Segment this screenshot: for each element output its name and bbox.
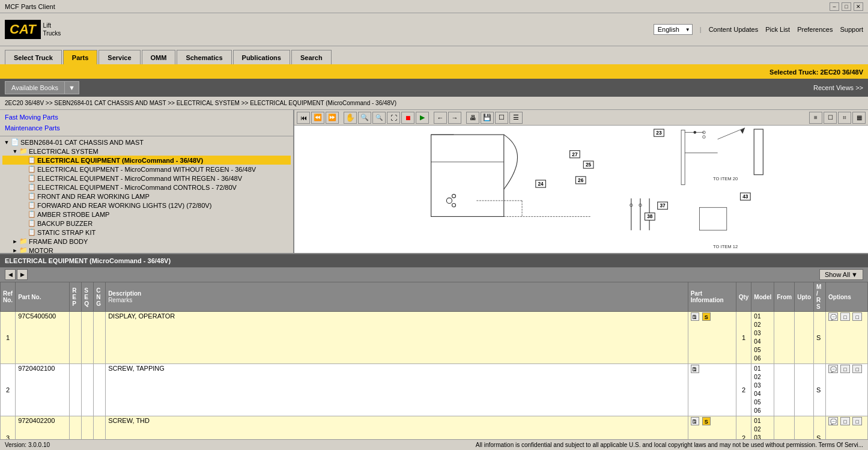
fit-page-button[interactable]: ⛶ bbox=[387, 112, 400, 124]
tree-item-frame[interactable]: ► 📁 FRAME AND BODY bbox=[2, 237, 291, 246]
bottom-btn-left[interactable]: ◀ bbox=[5, 269, 16, 280]
tree-item-backup[interactable]: 📋 BACKUP BUZZER bbox=[2, 219, 291, 228]
col-header-qty: Qty bbox=[736, 282, 751, 312]
fast-moving-parts-link[interactable]: Fast Moving Parts bbox=[5, 112, 288, 123]
save-button[interactable]: 💾 bbox=[481, 112, 494, 124]
tree-item-front-lamp[interactable]: 📋 FRONT AND REAR WORKING LAMP bbox=[2, 192, 291, 201]
stop-button[interactable]: ⏹ bbox=[401, 112, 414, 124]
tab-parts[interactable]: Parts bbox=[63, 50, 98, 64]
comment-icon[interactable]: 💬 bbox=[828, 365, 838, 373]
tree-area[interactable]: ▼ 📄 SEBN2684-01 CAT CHASSIS AND MAST ▼ 📁… bbox=[0, 136, 293, 253]
diagram-toolbar: ⏮ ⏪ ⏩ ✋ 🔍 🔍 ⛶ ⏹ ▶ ← → 🖶 💾 ☐ ☰ bbox=[294, 110, 868, 126]
cart-icon[interactable]: □ bbox=[840, 417, 850, 425]
cell-ref: 3 bbox=[1, 416, 16, 440]
title-bar: MCF Parts Client – □ ✕ bbox=[0, 0, 868, 13]
zoom-out-button[interactable]: 🔍 bbox=[372, 112, 386, 124]
preferences-link[interactable]: Preferences bbox=[797, 26, 833, 33]
view-detail-button[interactable]: ⌗ bbox=[838, 112, 851, 124]
nav-forward-button[interactable]: → bbox=[448, 112, 461, 124]
more-button[interactable]: ☰ bbox=[509, 112, 523, 124]
go-button[interactable]: ▶ bbox=[416, 112, 429, 124]
tab-publications[interactable]: Publications bbox=[233, 50, 290, 64]
tree-item-amber[interactable]: 📋 AMBER STROBE LAMP bbox=[2, 210, 291, 219]
pick-list-link[interactable]: Pick List bbox=[765, 26, 790, 33]
cell-options[interactable]: 💬 □ □ bbox=[826, 416, 868, 440]
cell-partinfo[interactable]: 🖺 S bbox=[688, 416, 736, 440]
tree-item-motor[interactable]: ► 📁 MOTOR bbox=[2, 246, 291, 253]
tree-item-no-regen[interactable]: 📋 ELECTRICAL EQUIPMENT - MicroCommand WI… bbox=[2, 165, 291, 174]
tab-select-truck[interactable]: Select Truck bbox=[5, 50, 62, 64]
print-button[interactable]: 🖶 bbox=[466, 112, 479, 124]
info-icon[interactable]: 🖺 bbox=[691, 417, 699, 425]
page-next-button[interactable]: ⏩ bbox=[326, 112, 339, 124]
show-all-button[interactable]: Show All ▼ bbox=[819, 269, 863, 280]
parts-table: RefNo. Part No. REP SEQ CNG DescriptionR… bbox=[0, 282, 868, 439]
parts-table-wrapper[interactable]: RefNo. Part No. REP SEQ CNG DescriptionR… bbox=[0, 282, 868, 439]
dot1 bbox=[694, 131, 697, 134]
hand-tool-button[interactable]: ✋ bbox=[344, 112, 357, 124]
list-icon[interactable]: □ bbox=[852, 365, 862, 373]
close-button[interactable]: ✕ bbox=[854, 2, 863, 11]
tree-item-controls[interactable]: 📋 ELECTRICAL EQUIPMENT - MicroCommand CO… bbox=[2, 183, 291, 192]
s-badge[interactable]: S bbox=[702, 312, 711, 321]
support-link[interactable]: Support bbox=[840, 26, 863, 33]
top-bar: CAT LiftTrucks English | Content Updates… bbox=[0, 13, 868, 46]
content-updates-link[interactable]: Content Updates bbox=[709, 26, 759, 33]
view-grid-button[interactable]: ☐ bbox=[824, 112, 837, 124]
tree-item-static[interactable]: 📋 STATIC STRAP KIT bbox=[2, 228, 291, 237]
recent-views-link[interactable]: Recent Views >> bbox=[813, 84, 863, 91]
cart-icon[interactable]: □ bbox=[840, 312, 850, 321]
maintenance-parts-link[interactable]: Maintenance Parts bbox=[5, 123, 288, 134]
tab-schematics[interactable]: Schematics bbox=[177, 50, 231, 64]
info-icon[interactable]: 🖺 bbox=[691, 312, 699, 321]
label-43-text: 43 bbox=[742, 193, 748, 199]
window-controls: – □ ✕ bbox=[830, 2, 863, 11]
page-first-button[interactable]: ⏮ bbox=[297, 112, 310, 124]
s-badge[interactable]: S bbox=[702, 417, 711, 425]
comment-icon[interactable]: 💬 bbox=[828, 312, 838, 321]
comment-icon[interactable]: 💬 bbox=[828, 417, 838, 425]
view-split-button[interactable]: ▦ bbox=[852, 112, 866, 124]
language-dropdown[interactable]: English bbox=[654, 24, 693, 35]
tree-label: SEBN2684-01 CAT CHASSIS AND MAST bbox=[20, 139, 144, 146]
cell-cng bbox=[94, 364, 106, 416]
cart-icon[interactable]: □ bbox=[840, 365, 850, 373]
tree-item-forward-lights[interactable]: 📋 FORWARD AND REAR WORKING LIGHTS (12V) … bbox=[2, 201, 291, 210]
col-header-ref: RefNo. bbox=[1, 282, 16, 312]
tab-omm[interactable]: OMM bbox=[142, 50, 176, 64]
cell-upto bbox=[795, 416, 814, 440]
cell-partinfo[interactable]: 🖺 S bbox=[688, 312, 736, 364]
tree-item-elec-system[interactable]: ▼ 📁 ELECTRICAL SYSTEM bbox=[2, 147, 291, 156]
nav-back-button[interactable]: ← bbox=[434, 112, 447, 124]
col-header-mrs: M/RS bbox=[814, 282, 826, 312]
cell-mrs: S bbox=[814, 416, 826, 440]
list-icon[interactable]: □ bbox=[852, 312, 862, 321]
cell-options[interactable]: 💬 □ □ bbox=[826, 312, 868, 364]
folder-icon: 📁 bbox=[19, 147, 28, 155]
expander-icon bbox=[19, 166, 28, 172]
cell-upto bbox=[795, 364, 814, 416]
tab-search[interactable]: Search bbox=[291, 50, 332, 64]
cell-qty: 2 bbox=[736, 416, 751, 440]
language-selector[interactable]: English bbox=[654, 24, 693, 35]
available-books-button[interactable]: Available Books bbox=[5, 81, 65, 94]
zoom-in-button[interactable]: 🔍 bbox=[358, 112, 371, 124]
tree-item-elec-equip-mc[interactable]: 📋 ELECTRICAL EQUIPMENT (MicroCommand - 3… bbox=[2, 156, 291, 165]
tab-service[interactable]: Service bbox=[99, 50, 140, 64]
restore-button[interactable]: □ bbox=[842, 2, 851, 11]
cell-options[interactable]: 💬 □ □ bbox=[826, 364, 868, 416]
cell-partinfo[interactable]: 🖺 bbox=[688, 364, 736, 416]
expander-icon bbox=[19, 230, 28, 236]
page-prev-button[interactable]: ⏪ bbox=[311, 112, 324, 124]
minimize-button[interactable]: – bbox=[830, 2, 839, 11]
cell-qty: 2 bbox=[736, 364, 751, 416]
zoom-window-button[interactable]: ☐ bbox=[495, 112, 508, 124]
tree-item-regen[interactable]: 📋 ELECTRICAL EQUIPMENT - MicroCommand WI… bbox=[2, 174, 291, 183]
info-icon[interactable]: 🖺 bbox=[691, 365, 699, 373]
tree-item-sebn2684[interactable]: ▼ 📄 SEBN2684-01 CAT CHASSIS AND MAST bbox=[2, 138, 291, 147]
list-icon[interactable]: □ bbox=[852, 417, 862, 425]
bottom-btn-right[interactable]: ▶ bbox=[17, 269, 28, 280]
cell-cng bbox=[94, 312, 106, 364]
available-books-dropdown-button[interactable]: ▼ bbox=[65, 81, 79, 94]
view-list-button[interactable]: ≡ bbox=[809, 112, 822, 124]
